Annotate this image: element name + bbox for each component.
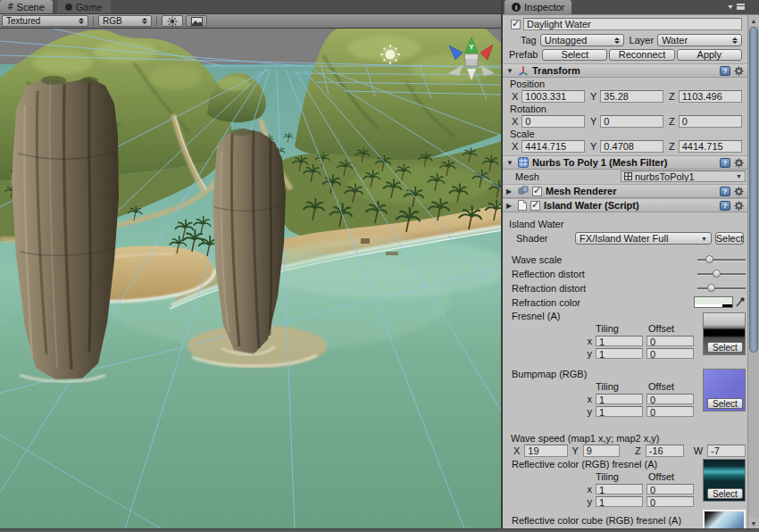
reflective-offset-y-field[interactable]: 0 — [646, 496, 694, 507]
help-icon[interactable]: ? — [720, 66, 730, 76]
scrollbar-thumb[interactable] — [749, 27, 758, 353]
window-bottom-edge — [0, 528, 759, 532]
gear-icon[interactable] — [734, 66, 744, 76]
foldout-open-icon[interactable]: ▼ — [506, 159, 514, 167]
fresnel-offset-x-field[interactable]: 0 — [646, 336, 694, 346]
tiling-header: Tiling — [596, 471, 648, 483]
bumpmap-texture-preview[interactable]: Select — [703, 369, 746, 411]
reflective-offset-x-field[interactable]: 0 — [646, 484, 694, 495]
shader-dropdown[interactable]: FX/Island Water Full ▼ — [575, 232, 712, 245]
mesh-filter-header[interactable]: ▼ Nurbs To Poly 1 (Mesh Filter) ? — [503, 155, 747, 170]
reflective-cube-preview[interactable] — [703, 510, 746, 528]
unity-editor-window: # Scene Game Textured RGB — [0, 0, 759, 532]
scale-z-label: Z — [669, 141, 675, 152]
wave-speed-z-field[interactable]: -16 — [646, 445, 684, 457]
foldout-open-icon[interactable]: ▼ — [506, 67, 514, 75]
island-water-script-header[interactable]: ▶ Island Water (Script) ? — [503, 198, 747, 212]
wave-scale-slider[interactable] — [697, 253, 746, 266]
tab-menu-icon[interactable] — [737, 4, 745, 10]
toolbar-separator — [156, 16, 157, 27]
position-y-field[interactable]: 35.28 — [600, 90, 663, 103]
prefab-reconnect-button[interactable]: Reconnect — [609, 49, 674, 61]
help-icon[interactable]: ? — [720, 187, 730, 196]
inspector-content: Daylight Water Tag Untagged Layer Water … — [503, 15, 747, 528]
bumpmap-offset-y-field[interactable]: 0 — [646, 406, 694, 417]
bumpmap-select-button[interactable]: Select — [707, 398, 743, 409]
tab-game[interactable]: Game — [57, 0, 111, 13]
help-icon[interactable]: ? — [720, 201, 730, 211]
fresnel-texture-preview[interactable]: Select — [703, 312, 746, 355]
prefab-select-button[interactable]: Select — [542, 49, 607, 61]
fresnel-tiling-y-field[interactable]: 1 — [596, 348, 643, 359]
scene-viewport[interactable]: Y — [0, 29, 502, 528]
mesh-renderer-header[interactable]: ▶ Mesh Renderer ? — [503, 184, 747, 198]
shader-select-button[interactable]: Select — [715, 232, 744, 245]
prefab-apply-button[interactable]: Apply — [677, 49, 742, 61]
eyedropper-icon[interactable] — [735, 296, 746, 308]
scroll-up-arrow[interactable]: ▲ — [748, 15, 759, 26]
mesh-value: nurbsToPoly1 — [635, 171, 733, 182]
active-checkbox[interactable] — [511, 20, 521, 29]
wave-speed-y-field[interactable]: 9 — [583, 445, 620, 457]
help-icon[interactable]: ? — [720, 158, 730, 168]
gear-icon[interactable] — [734, 201, 744, 211]
scale-y-field[interactable]: 0.4708 — [600, 140, 663, 153]
x-axis-label: x — [585, 336, 592, 346]
color-mode-value: RGB — [103, 16, 122, 26]
foldout-closed-icon[interactable]: ▶ — [506, 202, 514, 210]
wave-speed-w-field[interactable]: -7 — [707, 445, 746, 457]
reflective-tiling-x-field[interactable]: 1 — [596, 484, 643, 495]
script-checkbox[interactable] — [530, 201, 540, 211]
bumpmap-offset-x-field[interactable]: 0 — [646, 394, 694, 404]
layer-label: Layer — [630, 35, 655, 46]
position-x-label: X — [512, 91, 518, 102]
panel-divider[interactable] — [501, 0, 503, 532]
reflective-texture-preview[interactable]: Select — [703, 459, 746, 502]
fresnel-select-button[interactable]: Select — [707, 342, 743, 353]
inspector-scrollbar[interactable]: ▲ ▼ — [747, 15, 759, 528]
rotation-x-field[interactable]: 0 — [521, 115, 585, 128]
draw-mode-dropdown[interactable]: Textured — [2, 15, 88, 27]
refraction-color-swatch[interactable] — [694, 296, 733, 308]
fresnel-offset-y-field[interactable]: 0 — [646, 348, 694, 359]
position-x-field[interactable]: 1003.331 — [521, 90, 585, 103]
fresnel-tiling-x-field[interactable]: 1 — [596, 336, 643, 346]
layer-dropdown[interactable]: Water — [657, 34, 742, 46]
tab-dropdown-icon[interactable] — [728, 5, 733, 9]
dropdown-arrows-icon — [614, 37, 620, 44]
refraction-distort-slider[interactable] — [697, 281, 746, 295]
tab-inspector[interactable]: i Inspector — [505, 0, 571, 14]
bumpmap-tiling-y-field[interactable]: 1 — [596, 406, 643, 417]
reflective-select-button[interactable]: Select — [707, 488, 743, 499]
object-picker-icon[interactable]: ▼ — [736, 171, 742, 182]
rotation-z-field[interactable]: 0 — [679, 115, 742, 128]
mesh-renderer-checkbox[interactable] — [532, 187, 542, 196]
tab-scene[interactable]: # Scene — [0, 0, 53, 13]
scale-x-field[interactable]: 4414.715 — [521, 140, 585, 153]
wave-speed-x-field[interactable]: 19 — [524, 445, 567, 457]
game-tab-label: Game — [76, 2, 103, 12]
gear-icon[interactable] — [734, 158, 744, 168]
scene-lighting-toggle[interactable] — [162, 15, 183, 27]
rotation-y-field[interactable]: 0 — [600, 115, 663, 128]
position-z-field[interactable]: 1103.496 — [679, 90, 742, 103]
scale-z-field[interactable]: 4414.715 — [679, 140, 742, 153]
mesh-object-field[interactable]: nurbsToPoly1 ▼ — [621, 170, 746, 182]
color-mode-dropdown[interactable]: RGB — [98, 15, 152, 27]
reflective-cube-texture-property: Reflective color cube (RGB) fresnel (A) … — [503, 515, 747, 528]
scroll-down-arrow[interactable]: ▼ — [748, 518, 759, 528]
foldout-closed-icon[interactable]: ▶ — [506, 187, 514, 195]
gear-icon[interactable] — [734, 187, 744, 196]
transform-header[interactable]: ▼ Transform ? — [503, 63, 747, 78]
tag-dropdown[interactable]: Untagged — [540, 34, 624, 46]
y-axis-label: y — [585, 406, 592, 417]
reflection-distort-slider[interactable] — [697, 267, 746, 280]
gameobject-name-field[interactable]: Daylight Water — [523, 18, 742, 30]
reflective-tiling-y-field[interactable]: 1 — [596, 496, 643, 507]
bumpmap-texture-property: Bumpmap (RGB) TilingOffset x10 y10 Selec… — [503, 369, 747, 422]
rotation-label: Rotation — [503, 104, 747, 114]
scene-overlay-toggle[interactable] — [186, 15, 207, 27]
mesh-filter-title: Nurbs To Poly 1 (Mesh Filter) — [532, 157, 716, 168]
position-label: Position — [503, 79, 747, 89]
bumpmap-tiling-x-field[interactable]: 1 — [596, 394, 643, 404]
